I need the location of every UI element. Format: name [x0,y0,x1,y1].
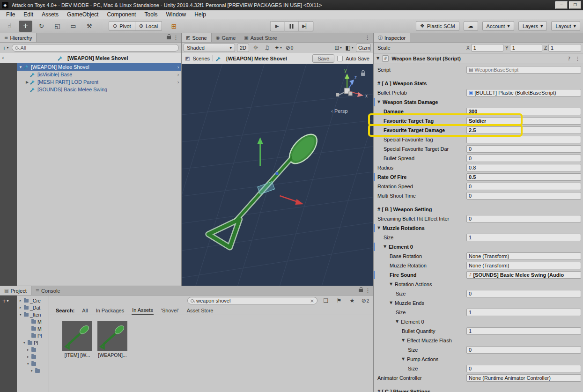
menu-item[interactable]: Help [190,10,210,19]
custom-tools-button[interactable] [82,21,96,32]
local-toggle-button[interactable]: Local [135,21,162,31]
kebab-menu-icon[interactable] [575,56,580,61]
gizmos-dropdown[interactable]: Gizmos [356,44,371,52]
folder-item[interactable]: M [17,325,49,332]
save-button[interactable]: Save [312,54,334,63]
property-field[interactable]: None (Transform) [466,262,581,269]
view-tab[interactable]: Game [212,33,240,42]
folder-item[interactable]: ▸ [17,346,49,353]
clear-search-icon[interactable] [310,298,314,303]
breadcrumb-scenes[interactable]: Scenes [192,56,210,61]
search-scope-tab[interactable]: All [81,307,88,314]
property-field[interactable]: 0 [466,215,581,222]
property-field[interactable] [466,136,581,143]
project-search-input[interactable]: weapon shovel [187,297,317,304]
hand-tool-button[interactable] [3,21,16,32]
asset-item[interactable]: [WEAPON]... [97,321,127,358]
grid-visibility-dropdown[interactable] [333,44,343,52]
2d-toggle[interactable]: 2D [237,44,249,52]
pause-button[interactable] [284,21,299,31]
folder-item[interactable]: ▸ _Dat [17,304,49,311]
foldout-arrow-icon[interactable]: ▼ [18,65,23,69]
chevron-right-icon[interactable] [177,65,179,70]
move-tool-button[interactable] [19,21,32,32]
foldout-arrow-icon[interactable]: ▼ [402,339,407,342]
hierarchy-item[interactable]: ▶ [MESH PART] LOD Parent [17,78,181,86]
restore-button[interactable] [569,1,581,9]
folder-item[interactable]: ▸ [17,353,49,360]
scene-viewport[interactable]: y x z ‹ Persp [182,64,373,286]
tab-inspector[interactable]: Inspector [374,33,410,42]
foldout-arrow-icon[interactable]: ▾ [23,341,28,345]
layers-dropdown[interactable]: Layers [518,21,547,31]
foldout-arrow-icon[interactable]: ▼ [402,357,407,361]
folder-item[interactable]: ▾ _Iten [17,311,49,318]
effects-dropdown[interactable] [273,44,283,52]
hierarchy-item[interactable]: [SOUNDS] Basic Melee Swing [17,86,181,93]
property-field[interactable]: WeaponBaseScript [466,66,581,74]
grid-snap-button[interactable] [167,21,181,32]
rotate-tool-button[interactable] [35,21,48,32]
property-field[interactable]: [BULLET] Plastic (BulletBaseScript) [466,89,581,96]
scale-tool-button[interactable] [51,21,64,32]
menu-item[interactable]: Window [162,10,190,19]
lock-icon[interactable] [167,36,171,39]
hierarchy-search-input[interactable]: All [12,44,179,52]
tab-hierarchy[interactable]: Hierarchy [0,33,37,42]
foldout-arrow-icon[interactable]: ▼ [377,226,383,230]
foldout-arrow-icon[interactable]: ▼ [390,301,395,305]
breadcrumb-object[interactable]: [WEAPON] Melee Shovel [226,56,287,61]
lighting-toggle[interactable] [251,44,260,52]
account-dropdown[interactable]: Account [482,21,514,31]
pivot-toggle-button[interactable]: Pivot [109,21,135,31]
search-scope-tab[interactable]: Asset Store [186,307,214,314]
foldout-arrow-icon[interactable]: ▼ [376,57,379,60]
menu-item[interactable]: Component [103,10,140,19]
search-scope-tab[interactable]: In Packages [96,307,125,314]
hidden-count-toggle[interactable]: 2 [361,296,370,305]
chevron-right-icon[interactable] [177,72,179,77]
search-scope-tab[interactable]: In Assets [132,306,154,315]
autosave-checkbox[interactable] [337,56,343,61]
foldout-arrow-icon[interactable]: ▶ [24,80,30,84]
menu-item[interactable]: Tools [140,10,162,19]
foldout-arrow-icon[interactable]: ▸ [27,355,31,359]
property-field[interactable]: 2.5 [466,126,581,134]
rect-tool-button[interactable] [66,21,80,32]
property-field[interactable]: 0 [466,290,581,297]
scale-x-field[interactable]: 1 [471,44,503,52]
foldout-arrow-icon[interactable]: ▸ [20,306,24,310]
label-icon[interactable] [334,296,344,305]
search-scope-tab[interactable]: 'Shovel' [161,307,179,314]
hidden-objects-toggle[interactable]: 0 [285,44,294,52]
hierarchy-item[interactable]: [isVisible] Base [17,71,181,78]
scale-z-field[interactable]: 1 [548,44,581,52]
play-button[interactable] [270,21,284,31]
folder-item[interactable]: Pl [17,332,49,339]
asset-item[interactable]: [ITEM] [W... [62,321,92,358]
help-icon[interactable] [568,56,570,61]
shading-mode-dropdown[interactable]: Shaded [184,44,235,52]
open-asset-icon[interactable] [321,296,331,305]
foldout-arrow-icon[interactable]: ▸ [27,348,31,352]
foldout-arrow-icon[interactable]: ▼ [377,100,383,104]
cloud-button[interactable] [464,21,478,31]
property-field[interactable]: 0.5 [466,173,581,181]
property-field[interactable]: Soldier [466,117,581,125]
folder-item[interactable]: ▾ Pl [17,339,49,346]
lock-icon[interactable] [359,289,363,292]
foldout-arrow-icon[interactable]: ▼ [384,245,389,249]
menu-item[interactable]: File [2,10,19,19]
property-field[interactable]: 0 [466,192,581,200]
scale-y-field[interactable]: 1 [510,44,542,52]
foldout-arrow-icon[interactable]: ▼ [396,320,401,324]
step-button[interactable] [299,21,313,31]
breadcrumb[interactable]: [WEAPON] Melee Shovel [67,55,128,61]
foldout-arrow-icon[interactable]: ▸ [20,299,24,303]
create-object-button[interactable]: + [2,44,9,52]
perspective-label[interactable]: ‹ Persp [331,108,347,114]
property-field[interactable]: 0 [466,365,581,372]
property-field[interactable]: [SOUNDS] Basic Melee Swing (Audio [466,271,581,279]
property-field[interactable]: 0 [466,183,581,190]
property-field[interactable]: 300 [466,108,581,115]
